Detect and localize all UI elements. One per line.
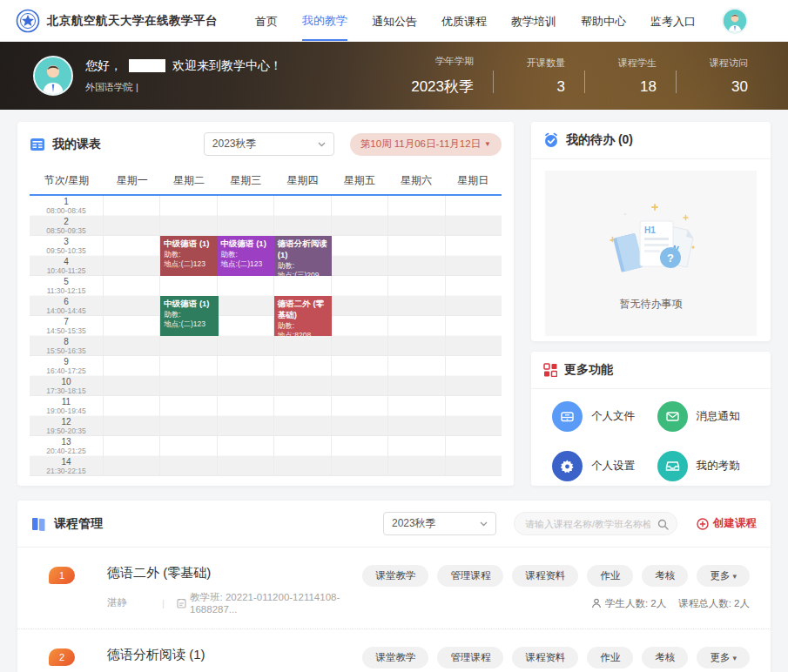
- timetable-cell[interactable]: [388, 316, 445, 336]
- timetable-cell[interactable]: [218, 336, 274, 356]
- timetable-cell[interactable]: [104, 216, 160, 236]
- timetable-cell[interactable]: [104, 416, 160, 436]
- timetable-cell[interactable]: [274, 376, 331, 396]
- more-item-消息通知[interactable]: 消息通知: [657, 401, 763, 432]
- timetable-cell[interactable]: [388, 336, 445, 356]
- timetable-cell[interactable]: [274, 336, 331, 356]
- timetable-cell[interactable]: [388, 276, 445, 296]
- timetable-cell[interactable]: [332, 216, 388, 236]
- timetable-cell[interactable]: [332, 296, 388, 316]
- course-block[interactable]: 中级德语 (1)助教:地点:(二)123: [160, 236, 218, 276]
- nav-item-我的教学[interactable]: 我的教学: [302, 1, 347, 41]
- timetable-cell[interactable]: [446, 356, 502, 376]
- timetable-cell[interactable]: [446, 216, 502, 236]
- timetable-cell[interactable]: [218, 396, 274, 416]
- action-button-管理课程[interactable]: 管理课程: [437, 565, 503, 587]
- action-button-作业[interactable]: 作业: [587, 647, 633, 669]
- timetable-cell[interactable]: [332, 456, 388, 476]
- timetable-cell[interactable]: [388, 356, 445, 376]
- timetable-cell[interactable]: [160, 436, 217, 456]
- nav-item-优质课程[interactable]: 优质课程: [441, 2, 487, 40]
- nav-item-监考入口[interactable]: 监考入口: [650, 2, 696, 40]
- timetable-cell[interactable]: [160, 196, 217, 216]
- timetable-cell[interactable]: [274, 356, 331, 376]
- timetable-cell[interactable]: [446, 336, 502, 356]
- nav-item-通知公告[interactable]: 通知公告: [372, 2, 417, 40]
- search-icon[interactable]: [657, 518, 669, 534]
- timetable-cell[interactable]: [446, 416, 502, 436]
- timetable-cell[interactable]: [388, 256, 445, 276]
- action-button-课程资料[interactable]: 课程资料: [512, 565, 578, 587]
- timetable-cell[interactable]: [104, 236, 160, 256]
- timetable-cell[interactable]: [446, 236, 502, 256]
- timetable-cell[interactable]: [388, 196, 445, 216]
- nav-item-教学培训[interactable]: 教学培训: [511, 2, 556, 40]
- timetable-cell[interactable]: [332, 376, 388, 396]
- timetable-cell[interactable]: [274, 396, 331, 416]
- timetable-cell[interactable]: [446, 276, 502, 296]
- timetable-cell[interactable]: [218, 296, 274, 316]
- timetable-cell[interactable]: [388, 376, 445, 396]
- timetable-cell[interactable]: [104, 436, 160, 456]
- action-button-考核[interactable]: 考核: [642, 647, 688, 669]
- timetable-cell[interactable]: [446, 396, 502, 416]
- timetable-cell[interactable]: [160, 276, 217, 296]
- timetable-cell[interactable]: [332, 276, 388, 296]
- course-term-select[interactable]: 2023秋季: [383, 512, 496, 535]
- action-button-更多[interactable]: 更多▾: [697, 647, 750, 669]
- timetable-cell[interactable]: [218, 416, 274, 436]
- timetable-cell[interactable]: [104, 456, 160, 476]
- nav-item-帮助中心[interactable]: 帮助中心: [581, 2, 626, 40]
- timetable-cell[interactable]: [160, 336, 217, 356]
- timetable-cell[interactable]: [332, 256, 388, 276]
- nav-item-首页[interactable]: 首页: [255, 2, 278, 40]
- timetable-cell[interactable]: [274, 276, 331, 296]
- timetable-cell[interactable]: [388, 216, 445, 236]
- timetable-cell[interactable]: [446, 456, 502, 476]
- course-block[interactable]: 德语分析阅读 (1)助教:地点:(三)209: [274, 236, 332, 276]
- timetable-cell[interactable]: [218, 356, 274, 376]
- timetable-cell[interactable]: [332, 436, 388, 456]
- timetable-cell[interactable]: [160, 216, 217, 236]
- timetable-cell[interactable]: [160, 376, 217, 396]
- timetable-cell[interactable]: [446, 256, 502, 276]
- create-course-button[interactable]: 创建课程: [697, 516, 757, 531]
- timetable-cell[interactable]: [104, 256, 160, 276]
- timetable-cell[interactable]: [274, 216, 331, 236]
- timetable-cell[interactable]: [160, 416, 217, 436]
- timetable-cell[interactable]: [446, 316, 502, 336]
- timetable-cell[interactable]: [104, 376, 160, 396]
- user-avatar[interactable]: [722, 8, 748, 34]
- timetable-cell[interactable]: [388, 416, 445, 436]
- course-block[interactable]: 德语二外 (零基础)助教:地点:8208: [274, 296, 332, 336]
- timetable-cell[interactable]: [218, 436, 274, 456]
- timetable-cell[interactable]: [388, 296, 445, 316]
- course-name[interactable]: 德语二外 (零基础): [107, 565, 362, 581]
- timetable-cell[interactable]: [160, 456, 217, 476]
- timetable-cell[interactable]: [104, 356, 160, 376]
- timetable-cell[interactable]: [218, 316, 274, 336]
- timetable-cell[interactable]: [332, 316, 388, 336]
- timetable-cell[interactable]: [388, 436, 445, 456]
- action-button-考核[interactable]: 考核: [642, 565, 688, 587]
- timetable-cell[interactable]: [332, 396, 388, 416]
- timetable-cell[interactable]: [104, 276, 160, 296]
- timetable-cell[interactable]: [104, 396, 160, 416]
- action-button-更多[interactable]: 更多▾: [697, 565, 750, 587]
- timetable-cell[interactable]: [274, 436, 331, 456]
- timetable-cell[interactable]: [332, 356, 388, 376]
- timetable-cell[interactable]: [332, 196, 388, 216]
- timetable-cell[interactable]: [218, 276, 274, 296]
- timetable-cell[interactable]: [388, 396, 445, 416]
- more-item-我的考勤[interactable]: 我的考勤: [657, 451, 763, 481]
- action-button-作业[interactable]: 作业: [587, 565, 633, 587]
- profile-avatar[interactable]: [33, 56, 73, 96]
- timetable-cell[interactable]: [274, 456, 331, 476]
- timetable-cell[interactable]: [446, 376, 502, 396]
- course-name[interactable]: 德语分析阅读 (1): [107, 647, 362, 663]
- timetable-cell[interactable]: [446, 196, 502, 216]
- timetable-cell[interactable]: [388, 236, 445, 256]
- timetable-cell[interactable]: [218, 196, 274, 216]
- timetable-cell[interactable]: [446, 436, 502, 456]
- action-button-管理课程[interactable]: 管理课程: [437, 647, 503, 669]
